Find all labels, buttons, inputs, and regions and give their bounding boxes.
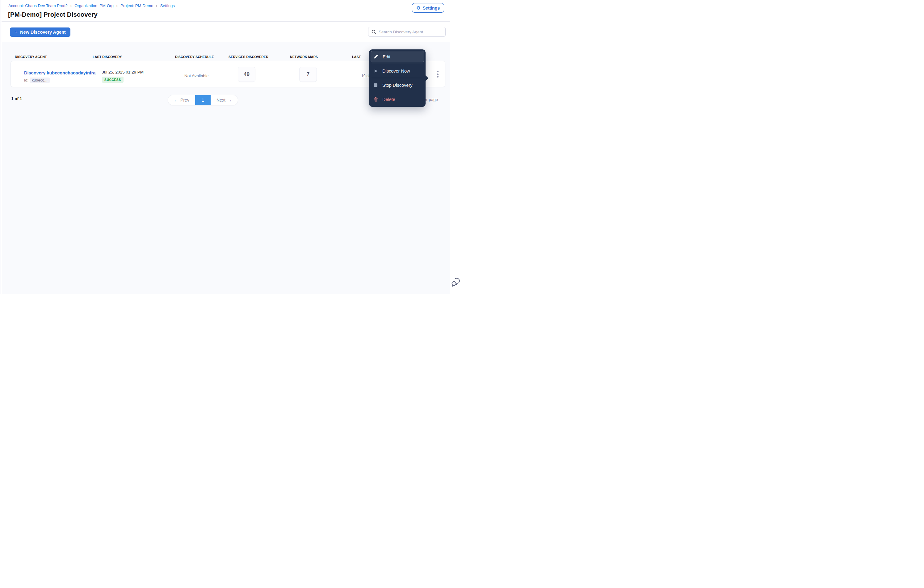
discovery-schedule-value: Not Available [184, 74, 209, 78]
breadcrumb-separator: › [116, 3, 118, 8]
breadcrumb-project[interactable]: Project: PM-Demo [120, 3, 153, 8]
prev-label: Prev [180, 97, 189, 102]
stop-icon [373, 83, 378, 87]
next-label: Next [216, 97, 226, 102]
arrow-left-icon: ← [174, 97, 178, 102]
agent-id: Id: kubeco... [24, 78, 50, 83]
column-header-network-maps: NETWORK MAPS [290, 55, 318, 59]
menu-item-stop-discovery[interactable]: Stop Discovery [369, 79, 426, 91]
collapsed-sidenav-edge [0, 0, 1, 294]
discovery-agent-link[interactable]: Discovery kubeconchaosdayinfra [24, 70, 96, 75]
gear-icon: ⚙ [416, 5, 420, 10]
column-header-last-discovery: LAST DISCOVERY [92, 55, 122, 59]
menu-item-edit-label: Edit [383, 55, 390, 59]
menu-item-delete[interactable]: Delete [369, 94, 426, 105]
settings-button-label: Settings [423, 5, 440, 10]
breadcrumb-settings[interactable]: Settings [160, 3, 175, 8]
window-right-gutter [450, 0, 462, 294]
breadcrumb-separator: › [70, 3, 72, 8]
search-box[interactable] [368, 27, 446, 37]
menu-divider [371, 92, 423, 92]
page-number-active[interactable]: 1 [195, 95, 211, 105]
help-chat-icon[interactable] [451, 277, 461, 290]
page-title: [PM-Demo] Project Discovery [8, 11, 97, 18]
column-header-discovery-schedule: DISCOVERY SCHEDULE [175, 55, 214, 59]
arrow-right-icon: → [228, 97, 232, 102]
agent-id-value[interactable]: kubeco... [30, 78, 50, 83]
breadcrumb: Account: Chaos Dev Team Prod2 › Organiza… [8, 3, 175, 8]
breadcrumb-separator: › [156, 3, 157, 8]
menu-item-edit[interactable]: Edit [371, 51, 424, 63]
settings-button[interactable]: ⚙ Settings [412, 3, 444, 13]
column-header-discovery-agent: DISCOVERY AGENT [15, 55, 47, 59]
network-maps-count[interactable]: 7 [299, 67, 317, 82]
row-actions-context-menu: Edit Discover Now Stop Discovery Delete [369, 50, 426, 107]
menu-item-delete-label: Delete [382, 97, 395, 102]
status-badge: SUCCESS [102, 77, 124, 83]
breadcrumb-organization[interactable]: Organization: PM-Org [74, 3, 113, 8]
plus-icon: + [15, 29, 18, 35]
play-icon [373, 69, 378, 73]
row-actions-kebab-icon[interactable] [433, 69, 442, 80]
column-header-last: LAST [352, 55, 361, 59]
new-discovery-agent-label: New Discovery Agent [20, 30, 66, 35]
menu-item-discover-now-label: Discover Now [382, 69, 410, 74]
page-header: Account: Chaos Dev Team Prod2 › Organiza… [2, 0, 450, 21]
pagination: ← Prev 1 Next → [168, 95, 238, 105]
column-header-services-discovered: SERVICES DISCOVERED [229, 55, 268, 59]
last-discovery-date: Jul 25, 2025 01:29 PM [102, 70, 144, 74]
pencil-icon [373, 55, 379, 59]
page-summary: 1 of 1 [11, 96, 22, 101]
menu-item-stop-discovery-label: Stop Discovery [382, 83, 412, 88]
menu-divider [371, 64, 423, 64]
services-discovered-count[interactable]: 49 [238, 67, 256, 82]
breadcrumb-account[interactable]: Account: Chaos Dev Team Prod2 [8, 3, 68, 8]
search-input[interactable] [379, 30, 442, 34]
prev-page-button[interactable]: ← Prev [168, 95, 195, 105]
trash-icon [373, 97, 378, 102]
menu-divider [371, 78, 423, 78]
agent-id-label: Id: [24, 78, 28, 83]
search-icon [371, 30, 376, 34]
next-page-button[interactable]: Next → [211, 95, 238, 105]
toolbar: + New Discovery Agent [2, 21, 450, 42]
menu-item-discover-now[interactable]: Discover Now [369, 65, 426, 77]
new-discovery-agent-button[interactable]: + New Discovery Agent [10, 28, 70, 37]
